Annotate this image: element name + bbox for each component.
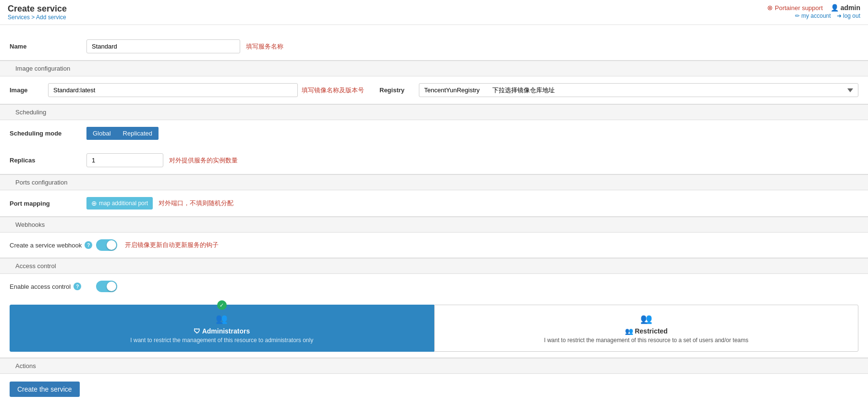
actions-row: Create the service [10, 374, 858, 405]
ports-section-header: Ports configuration [0, 174, 868, 190]
webhook-toggle[interactable] [96, 239, 117, 251]
header-bottom-row: ✏ my account ➜ log out [795, 12, 860, 19]
image-config-section-header: Image configuration [0, 61, 868, 76]
page-header: Create service Services > Add service ⊗ … [0, 0, 868, 25]
breadcrumb-services-link[interactable]: Services [8, 14, 30, 21]
admin-name: admin [841, 4, 860, 12]
scheduling-mode-group: Global Replicated [86, 127, 159, 140]
image-input[interactable] [48, 83, 298, 97]
scheduling-mode-row: Scheduling mode Global Replicated [10, 120, 858, 147]
global-btn[interactable]: Global [86, 127, 117, 140]
name-input[interactable] [86, 39, 240, 53]
registry-label: Registry [379, 86, 413, 94]
breadcrumb: Services > Add service [8, 14, 67, 21]
webhook-hint: 开启镜像更新自动更新服务的钩子 [125, 241, 219, 249]
webhook-label-group: Create a service webhook ? [10, 241, 96, 249]
access-cards: ✓ 👥 🛡 Administrators I want to restrict … [10, 305, 858, 352]
replicas-row: Replicas 对外提供服务的实例数量 [10, 147, 858, 174]
webhook-label: Create a service webhook [10, 242, 82, 249]
scheduling-section-header: Scheduling [0, 104, 868, 120]
access-toggle[interactable] [96, 281, 117, 292]
restricted-card-desc: I want to restrict the management of thi… [442, 337, 851, 344]
breadcrumb-current: Add service [36, 14, 66, 21]
admin-card[interactable]: ✓ 👥 🛡 Administrators I want to restrict … [10, 305, 434, 352]
image-row: Image 填写镜像名称及版本号 Registry TencentYunRegi… [10, 76, 858, 104]
name-row: Name 填写服务名称 [10, 33, 858, 60]
restricted-card[interactable]: 👥 👥 Restricted I want to restrict the ma… [434, 305, 859, 352]
logout-link[interactable]: ➜ log out [837, 12, 860, 19]
pencil-icon: ✏ [795, 12, 800, 19]
webhooks-section-header: Webhooks [0, 217, 868, 233]
add-port-button[interactable]: ⊕ map additional port [86, 197, 153, 210]
admin-label: 👤 admin [831, 4, 860, 12]
admin-card-title: 🛡 Administrators [18, 327, 426, 335]
admin-card-icon: 👥 [18, 313, 426, 324]
header-left: Create service Services > Add service [8, 4, 67, 21]
replicas-label: Replicas [10, 157, 86, 164]
logout-icon: ➜ [837, 12, 842, 19]
image-hint: 填写镜像名称及版本号 [302, 86, 364, 95]
replicas-hint: 对外提供服务的实例数量 [169, 156, 238, 165]
restricted-card-icon: 👥 [442, 313, 851, 324]
registry-select[interactable]: TencentYunRegistry 下拉选择镜像仓库地址 [419, 83, 858, 97]
support-label: Portainer support [775, 4, 823, 12]
webhook-row: Create a service webhook ? 开启镜像更新自动更新服务的… [10, 233, 858, 258]
admin-check-badge: ✓ [217, 300, 227, 310]
main-content: Name 填写服务名称 Image configuration Image 填写… [0, 25, 868, 407]
replicated-btn[interactable]: Replicated [117, 127, 159, 140]
support-icon: ⊗ [767, 4, 773, 12]
admin-icon: 🛡 [194, 327, 200, 335]
port-mapping-row: Port mapping ⊕ map additional port 对外端口，… [10, 190, 858, 216]
webhook-help-icon[interactable]: ? [85, 241, 92, 249]
access-label-group: Enable access control ? [10, 283, 96, 290]
access-label: Enable access control [10, 283, 71, 290]
name-label: Name [10, 43, 86, 50]
access-section-header: Access control [0, 258, 868, 274]
port-hint: 对外端口，不填则随机分配 [159, 199, 233, 208]
my-account-link[interactable]: ✏ my account [795, 12, 831, 19]
port-mapping-label: Port mapping [10, 200, 86, 207]
replicas-input[interactable] [86, 153, 163, 167]
restricted-icon: 👥 [625, 327, 633, 335]
create-service-button[interactable]: Create the service [10, 382, 80, 397]
breadcrumb-separator: > [30, 14, 36, 21]
page-title: Create service [8, 4, 67, 14]
admin-card-desc: I want to restrict the management of thi… [18, 337, 426, 344]
name-hint: 填写服务名称 [246, 42, 283, 51]
header-right: ⊗ Portainer support 👤 admin ✏ my account… [767, 4, 860, 19]
restricted-card-title: 👥 Restricted [442, 327, 851, 335]
image-label: Image [10, 86, 48, 94]
admin-user-icon: 👤 [831, 4, 839, 12]
header-top-row: ⊗ Portainer support 👤 admin [767, 4, 860, 12]
access-control-row: Enable access control ? [10, 274, 858, 299]
plus-icon: ⊕ [91, 199, 97, 207]
actions-section-header: Actions [0, 358, 868, 374]
scheduling-mode-label: Scheduling mode [10, 130, 86, 137]
portainer-support-link[interactable]: ⊗ Portainer support [767, 4, 823, 12]
access-help-icon[interactable]: ? [73, 283, 81, 290]
